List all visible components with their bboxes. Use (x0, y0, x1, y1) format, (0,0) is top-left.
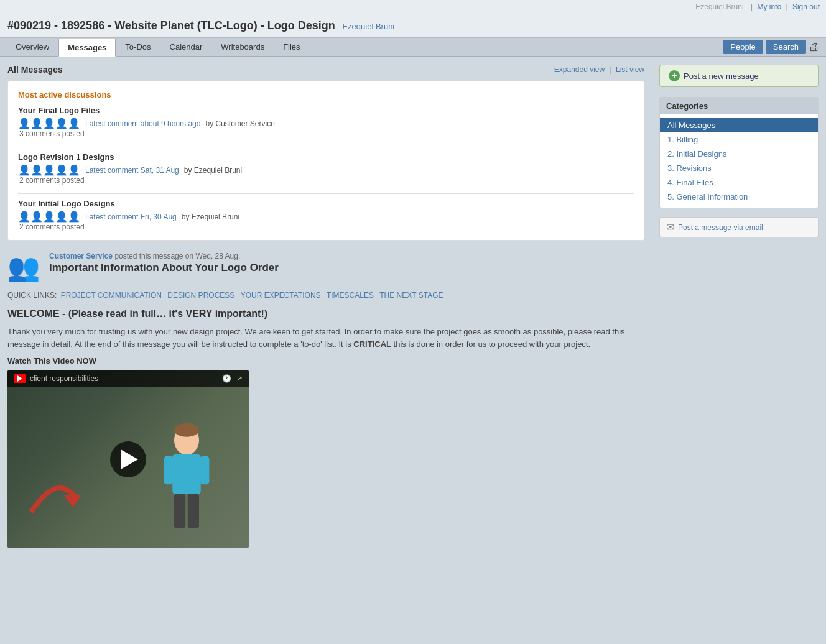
discussion-avatars: 👤 👤 👤 👤 👤 (18, 211, 80, 223)
svg-rect-2 (164, 456, 174, 484)
critical-word: CRITICAL (353, 339, 391, 349)
ql-design-process[interactable]: DESIGN PROCESS (167, 291, 234, 300)
post-header: 👥 Customer Service posted this message o… (7, 252, 644, 286)
quick-links-label: QUICK LINKS: (7, 291, 57, 300)
tab-files[interactable]: Files (274, 38, 309, 56)
category-item-revisions[interactable]: 3. Revisions (660, 161, 818, 175)
youtube-icon (14, 374, 26, 383)
comment-by: by Customer Service (205, 119, 274, 128)
ql-timescales[interactable]: TIMESCALES (327, 291, 374, 300)
list-view-link[interactable]: List view (616, 65, 644, 74)
discussion-title: Your Final Logo Files (18, 106, 634, 115)
category-link-billing[interactable]: 1. Billing (667, 135, 698, 144)
search-button[interactable]: Search (766, 40, 806, 54)
post-meta: Customer Service posted this message on … (49, 252, 279, 260)
main-layout: All Messages Expanded view | List view M… (0, 57, 826, 617)
discussion-title: Logo Revision 1 Designs (18, 152, 634, 162)
category-link-revisions[interactable]: 3. Revisions (667, 163, 712, 173)
share-icon: ↗ (236, 374, 243, 383)
video-title-bar: client responsibilities 🕐 ↗ (7, 370, 249, 387)
video-icons: 🕐 ↗ (222, 374, 243, 383)
category-link-general-info[interactable]: 5. General Information (667, 192, 748, 201)
svg-rect-1 (172, 454, 200, 494)
most-active-title: Most active discussions (18, 90, 634, 99)
play-triangle-icon (121, 449, 138, 469)
divider (18, 147, 634, 147)
play-button[interactable] (110, 441, 146, 477)
person-icon: 👤 (55, 117, 68, 129)
tab-writeboards[interactable]: Writeboards (211, 38, 274, 56)
view-options: Expanded view | List view (554, 65, 644, 74)
ql-next-stage[interactable]: THE NEXT STAGE (379, 291, 443, 300)
right-sidebar: + Post a new message Categories All Mess… (652, 57, 826, 617)
latest-comment-link[interactable]: Latest comment Sat, 31 Aug (85, 166, 179, 175)
person-icon: 👤 (30, 211, 43, 223)
person-icon: 👤 (30, 117, 43, 129)
nav-tabs: Overview Messages To-Dos Calendar Writeb… (0, 38, 826, 57)
post-meta-block: Customer Service posted this message on … (49, 252, 279, 274)
category-item-initial-designs[interactable]: 2. Initial Designs (660, 147, 818, 161)
discussion-item: Logo Revision 1 Designs 👤 👤 👤 👤 👤 Latest… (18, 152, 634, 185)
welcome-heading: WELCOME - (Please read in full… it's VER… (7, 308, 644, 320)
top-bar: Ezequiel Bruni | My info | Sign out (0, 0, 826, 14)
category-item-all[interactable]: All Messages (660, 118, 818, 132)
plus-icon: + (669, 70, 680, 81)
person-icon: 👤 (55, 164, 68, 176)
svg-rect-5 (188, 494, 199, 528)
most-active-discussions: Most active discussions Your Final Logo … (7, 81, 644, 241)
tab-messages[interactable]: Messages (58, 39, 116, 57)
comments-count: 3 comments posted (19, 129, 634, 138)
left-content: All Messages Expanded view | List view M… (0, 57, 652, 617)
comment-by: by Ezequiel Bruni (182, 213, 239, 221)
category-link-final-files[interactable]: 4. Final Files (667, 178, 713, 187)
messages-header: All Messages Expanded view | List view (7, 65, 644, 75)
assigned-to: Ezequiel Bruni (342, 22, 394, 31)
svg-rect-4 (174, 494, 185, 528)
divider (18, 193, 634, 194)
tab-overview[interactable]: Overview (6, 38, 58, 56)
person-icon: 👤 (43, 164, 55, 176)
discussion-item: Your Final Logo Files 👤 👤 👤 👤 👤 Latest c… (18, 106, 634, 138)
post-posted-on: posted this message on Wed, 28 Aug. (114, 252, 240, 260)
post-via-email-link[interactable]: Post a message via email (678, 223, 763, 232)
watch-video-label: Watch This Video NOW (7, 356, 644, 366)
post-body: QUICK LINKS: PROJECT COMMUNICATION DESIG… (7, 291, 644, 548)
svg-marker-7 (63, 495, 82, 507)
tab-calendar[interactable]: Calendar (160, 38, 212, 56)
yt-play-icon (17, 375, 22, 382)
tab-todos[interactable]: To-Dos (116, 38, 160, 56)
comments-count: 2 comments posted (19, 176, 634, 185)
category-link-all-messages[interactable]: All Messages (667, 121, 715, 130)
my-info-link[interactable]: My info (757, 2, 781, 11)
people-button[interactable]: People (723, 40, 763, 54)
message-post: 👥 Customer Service posted this message o… (7, 252, 644, 548)
svg-point-6 (174, 423, 199, 437)
video-title-text: client responsibilities (30, 374, 98, 383)
expanded-view-link[interactable]: Expanded view (554, 65, 605, 74)
comment-by: by Ezequiel Bruni (184, 166, 242, 175)
ql-project-comm[interactable]: PROJECT COMMUNICATION (61, 291, 162, 300)
sign-out-link[interactable]: Sign out (792, 2, 820, 11)
category-item-final-files[interactable]: 4. Final Files (660, 175, 818, 190)
discussion-avatars: 👤 👤 👤 👤 👤 (18, 164, 80, 176)
post-new-message-button[interactable]: + Post a new message (659, 65, 819, 87)
latest-comment-link[interactable]: Latest comment about 9 hours ago (85, 119, 200, 128)
print-button[interactable]: 🖨 (809, 40, 820, 54)
ql-expectations[interactable]: YOUR EXPECTATIONS (241, 291, 321, 300)
categories-section: Categories All Messages 1. Billing 2. In… (659, 97, 819, 208)
categories-title: Categories (660, 98, 818, 114)
current-user: Ezequiel Bruni (695, 2, 743, 11)
category-item-general-info[interactable]: 5. General Information (660, 190, 818, 204)
video-arrow (26, 461, 88, 523)
clock-icon: 🕐 (222, 374, 231, 383)
person-icon: 👤 (18, 164, 30, 176)
video-thumbnail[interactable]: client responsibilities 🕐 ↗ (7, 370, 249, 548)
category-item-billing[interactable]: 1. Billing (660, 132, 818, 147)
person-icon: 👤 (18, 211, 30, 223)
post-author: Customer Service (49, 252, 113, 260)
latest-comment-link[interactable]: Latest comment Fri, 30 Aug (85, 213, 177, 221)
person-icon: 👤 (68, 164, 80, 176)
discussion-title: Your Initial Logo Designs (18, 199, 634, 208)
category-link-initial-designs[interactable]: 2. Initial Designs (667, 149, 726, 159)
person-icon: 👤 (68, 211, 80, 223)
